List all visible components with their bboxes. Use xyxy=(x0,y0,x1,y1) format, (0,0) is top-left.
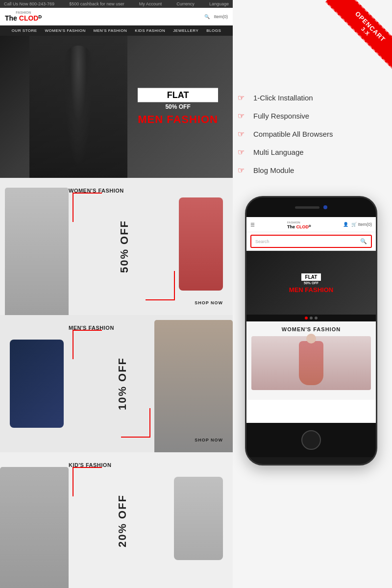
women-model-figure xyxy=(5,188,69,315)
phone-hero-title: MEN FASHION xyxy=(289,286,333,294)
feature-text-3: Compatible All Browsers xyxy=(253,130,333,138)
men-border-tl xyxy=(73,330,102,359)
phone-hero-text: FLAT 50% OFF MEN FASHION xyxy=(289,272,333,294)
opencart-ribbon: OPENCART 3.X xyxy=(325,0,392,72)
men-discount: 10% OFF xyxy=(116,357,129,410)
currency-link[interactable]: Currency xyxy=(176,1,195,6)
feature-text-5: Blog Module xyxy=(253,166,294,174)
feature-item-3: ☞ Compatible All Browsers xyxy=(238,129,387,139)
kids-section-label: KID'S FASHION xyxy=(69,462,111,468)
phone-camera xyxy=(323,205,327,209)
nav-womens-fashion[interactable]: WOMEN'S FASHION xyxy=(45,28,86,33)
nav-our-store[interactable]: OUR STORE xyxy=(12,28,37,33)
cashback-text: $500 cashback for new user xyxy=(69,1,124,6)
phone-women-image xyxy=(251,336,371,390)
feature-text-2: Fully Responsive xyxy=(253,112,309,120)
feature-item-4: ☞ Multi Language xyxy=(238,147,387,157)
feature-icon-5: ☞ xyxy=(238,166,247,175)
phone-50off: 50% OFF xyxy=(289,281,333,285)
cart-icon[interactable]: Item(0) xyxy=(214,14,228,19)
features-list: ☞ 1-Click Installation ☞ Fully Responsiv… xyxy=(238,93,387,184)
women-border-tl xyxy=(73,193,102,222)
phone-search-placeholder: Search xyxy=(255,239,270,244)
nav-kids-fashion[interactable]: KIDS FASHION xyxy=(135,28,165,33)
feature-icon-3: ☞ xyxy=(238,129,247,139)
phone-top-bar xyxy=(246,197,376,217)
phone-dot-1 xyxy=(305,317,308,319)
site-header: FASHION The CLODᴰ 🔍 Item(0) xyxy=(0,8,233,25)
search-icon[interactable]: 🔍 xyxy=(204,14,210,19)
feature-text-4: Multi Language xyxy=(253,148,304,156)
call-us-text: Call Us Now 800-243-769 xyxy=(4,1,54,6)
feature-icon-4: ☞ xyxy=(238,147,247,157)
language-link[interactable]: Language xyxy=(209,1,229,6)
kids-model-figure xyxy=(0,467,69,588)
phone-women-title: WOMEN'S FASHION xyxy=(251,326,371,332)
feature-item-2: ☞ Fully Responsive xyxy=(238,111,387,121)
kids-discount: 20% OFF xyxy=(116,494,129,547)
percent-off: 50% OFF xyxy=(138,103,218,110)
phone-dots xyxy=(246,315,376,321)
nav-blogs[interactable]: BLOGS xyxy=(206,28,221,33)
account-link[interactable]: My Account xyxy=(139,1,162,6)
phone-hero: FLAT 50% OFF MEN FASHION xyxy=(246,251,376,315)
feature-icon-2: ☞ xyxy=(238,111,247,121)
desktop-preview: Call Us Now 800-243-769 $500 cashback fo… xyxy=(0,0,233,588)
flat-badge: FLAT xyxy=(138,88,218,102)
logo-fashion-sub: FASHION xyxy=(5,11,42,14)
women-border-br xyxy=(146,271,175,300)
men-section-label: MEN'S FASHION xyxy=(69,325,114,331)
kids-section: KID'S FASHION 20% OFF xyxy=(0,452,233,588)
hero-banner: FLAT 50% OFF MEN FASHION xyxy=(0,36,233,178)
phone-mockup: ☰ FASHION The CLODᴰ 👤 🛒 Item(0) Search 🔍 xyxy=(245,196,377,466)
men-border-br xyxy=(121,408,150,438)
men-shop-now[interactable]: SHOP NOW xyxy=(195,438,223,442)
woman-silhouette xyxy=(299,341,323,385)
phone-user-icon: 👤 xyxy=(343,222,348,227)
hero-text: FLAT 50% OFF MEN FASHION xyxy=(138,88,218,126)
logo: FASHION The CLODᴰ xyxy=(5,11,42,22)
men-model-figure xyxy=(154,320,233,452)
nav-jewellery[interactable]: JEWELLERY xyxy=(173,28,198,33)
women-shop-now[interactable]: SHOP NOW xyxy=(195,300,223,305)
ribbon-corner: OPENCART 3.X xyxy=(294,0,392,98)
men-jacket-figure xyxy=(10,340,64,428)
right-panel: OPENCART 3.X ☞ 1-Click Installation ☞ Fu… xyxy=(233,0,392,588)
phone-search-input[interactable]: Search 🔍 xyxy=(250,235,372,248)
phone-screen: ☰ FASHION The CLODᴰ 👤 🛒 Item(0) Search 🔍 xyxy=(246,217,376,423)
feature-item-5: ☞ Blog Module xyxy=(238,166,387,175)
top-bar: Call Us Now 800-243-769 $500 cashback fo… xyxy=(0,0,233,8)
men-section: MEN'S FASHION 10% OFF SHOP NOW xyxy=(0,315,233,452)
phone-bottom-bar xyxy=(246,423,376,457)
hero-figure xyxy=(29,36,127,178)
phone-flat-badge: FLAT xyxy=(301,273,321,281)
phone-home-button[interactable] xyxy=(301,430,321,450)
nav-mens-fashion[interactable]: MEN'S FASHION xyxy=(94,28,127,33)
phone-header-icons: 👤 🛒 Item(0) xyxy=(343,222,372,227)
main-nav: OUR STORE WOMEN'S FASHION MEN'S FASHION … xyxy=(0,25,233,36)
phone-header: ☰ FASHION The CLODᴰ 👤 🛒 Item(0) xyxy=(246,217,376,232)
kids-sweater-figure xyxy=(174,477,223,560)
hero-title: MEN FASHION xyxy=(138,113,218,126)
women-discount: 50% OFF xyxy=(118,220,131,273)
header-icons: 🔍 Item(0) xyxy=(204,14,228,19)
feature-icon-1: ☞ xyxy=(238,93,247,102)
phone-dot-3 xyxy=(315,317,318,319)
women-dress-figure xyxy=(179,197,223,291)
phone-cart-icon: 🛒 Item(0) xyxy=(351,222,372,227)
women-section-label: WOMEN'S FASHION xyxy=(69,188,124,194)
kids-border-tl xyxy=(73,467,102,496)
phone-search-bar: Search 🔍 xyxy=(246,232,376,251)
phone-speaker xyxy=(295,206,319,209)
phone-search-icon: 🔍 xyxy=(360,238,367,245)
phone-women-section: WOMEN'S FASHION xyxy=(246,321,376,400)
women-section: WOMEN'S FASHION 50% OFF SHOP NOW xyxy=(0,178,233,315)
phone-dot-2 xyxy=(310,317,313,319)
phone-logo: FASHION The CLODᴰ xyxy=(287,220,311,229)
